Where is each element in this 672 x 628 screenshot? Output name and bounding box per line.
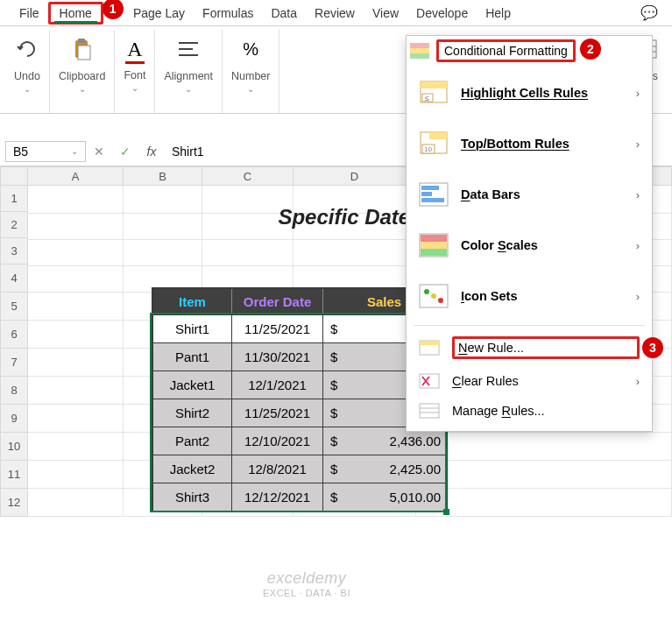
cell[interactable]: [416, 433, 672, 461]
cell[interactable]: [28, 461, 124, 489]
row-header[interactable]: 6: [0, 321, 28, 349]
tab-help[interactable]: Help: [477, 3, 520, 24]
cell[interactable]: [28, 433, 124, 461]
table-row[interactable]: Pant212/10/2021$2,436.00: [153, 427, 446, 455]
cell-date[interactable]: 12/1/2021: [232, 370, 323, 399]
column-header[interactable]: B: [124, 166, 202, 186]
tab-file[interactable]: File: [11, 3, 48, 24]
cell-item[interactable]: Jacket1: [153, 370, 232, 399]
row-header[interactable]: 2: [0, 212, 28, 238]
group-number[interactable]: % Number ⌄: [223, 30, 279, 113]
menu-manage-rules[interactable]: Manage Rules...: [407, 396, 652, 426]
tab-review[interactable]: Review: [306, 3, 364, 24]
cell[interactable]: [28, 377, 124, 405]
table-row[interactable]: Jacket212/8/2021$2,425.00: [153, 455, 446, 483]
cell-sales[interactable]: $2,425.00: [323, 455, 446, 483]
group-clipboard[interactable]: Clipboard ⌄: [50, 30, 116, 113]
cell-item[interactable]: Shirt3: [153, 483, 232, 511]
name-box[interactable]: B5 ⌄: [5, 141, 86, 162]
row-header[interactable]: 12: [0, 489, 28, 517]
tab-view[interactable]: View: [364, 3, 407, 24]
cell-item[interactable]: Jacket2: [153, 455, 232, 483]
row-header[interactable]: 10: [0, 433, 28, 461]
cell[interactable]: [124, 186, 202, 214]
manage-rules-icon: [419, 403, 440, 419]
menu-data-bars[interactable]: Data Bars ›: [407, 169, 652, 220]
group-undo[interactable]: Undo ⌄: [5, 30, 50, 113]
menu-color-scales[interactable]: Color Scales ›: [407, 220, 652, 271]
cell[interactable]: [28, 238, 124, 266]
cell[interactable]: [28, 265, 124, 293]
comments-icon[interactable]: 💬: [640, 4, 658, 21]
cell[interactable]: [28, 321, 124, 349]
row-header[interactable]: 4: [0, 265, 28, 293]
cell[interactable]: [124, 238, 202, 266]
group-alignment[interactable]: Alignment ⌄: [155, 30, 223, 113]
row-header[interactable]: 9: [0, 405, 28, 433]
cell[interactable]: [294, 186, 416, 214]
cell-date[interactable]: 12/8/2021: [232, 455, 323, 483]
cancel-formula-button[interactable]: ✕: [86, 145, 112, 159]
enter-formula-button[interactable]: ✓: [112, 145, 138, 159]
row-header[interactable]: 7: [0, 349, 28, 377]
cell[interactable]: [202, 186, 294, 214]
chevron-right-icon: ›: [636, 290, 640, 303]
column-header[interactable]: D: [294, 166, 416, 186]
cell[interactable]: [28, 186, 124, 214]
tab-formulas[interactable]: Formulas: [194, 3, 262, 24]
row-header[interactable]: 3: [0, 238, 28, 265]
table-row[interactable]: Shirt211/25/2021$4,19: [153, 399, 446, 427]
cell[interactable]: [294, 238, 416, 266]
table-row[interactable]: Shirt111/25/2021$5,97: [153, 314, 446, 342]
cell[interactable]: [28, 349, 124, 377]
tab-data[interactable]: Data: [262, 3, 306, 24]
column-header[interactable]: C: [202, 166, 294, 186]
row-header[interactable]: 8: [0, 377, 28, 405]
menu-icon-sets[interactable]: Icon Sets ›: [407, 271, 652, 321]
selection-handle[interactable]: [443, 509, 449, 515]
tab-page-layout[interactable]: Page Lay: [124, 3, 194, 24]
table-row[interactable]: Pant111/30/2021$4,55: [153, 342, 446, 370]
cell[interactable]: [416, 489, 672, 517]
cell-item[interactable]: Pant2: [153, 427, 232, 455]
menu-top-bottom-rules[interactable]: 10 Top/Bottom Rules ›: [407, 118, 652, 169]
cell-date[interactable]: 12/10/2021: [232, 427, 323, 455]
cell-item[interactable]: Pant1: [153, 342, 232, 370]
cell[interactable]: [28, 293, 124, 321]
cell-sales[interactable]: $5,010.00: [323, 483, 446, 511]
svg-point-34: [438, 298, 443, 303]
cell[interactable]: [294, 212, 416, 240]
cell[interactable]: [28, 405, 124, 433]
group-font[interactable]: A Font ⌄: [115, 30, 155, 113]
tab-developer[interactable]: Develope: [407, 3, 477, 24]
cell[interactable]: [202, 238, 294, 266]
svg-rect-28: [421, 235, 447, 242]
cell-date[interactable]: 11/30/2021: [232, 342, 323, 370]
select-all-corner[interactable]: [0, 166, 28, 186]
cell[interactable]: [28, 212, 124, 240]
cell-date[interactable]: 12/12/2021: [232, 483, 323, 511]
cell[interactable]: [124, 212, 202, 240]
table-row[interactable]: Shirt312/12/2021$5,010.00: [153, 483, 446, 511]
table-row[interactable]: Jacket112/1/2021$4,58: [153, 370, 446, 399]
align-icon: [177, 33, 200, 65]
cell-date[interactable]: 11/25/2021: [232, 399, 323, 427]
group-label: Number: [231, 70, 270, 82]
cell[interactable]: [28, 489, 124, 517]
menu-highlight-cells-rules[interactable]: ≤ Highlight Cells Rules ›: [407, 67, 652, 118]
row-header[interactable]: 5: [0, 293, 28, 321]
cell-date[interactable]: 11/25/2021: [232, 314, 323, 342]
row-header[interactable]: 1: [0, 186, 28, 212]
insert-function-button[interactable]: fx: [138, 145, 165, 159]
cell-item[interactable]: Shirt2: [153, 399, 232, 427]
cell[interactable]: [416, 461, 672, 489]
row-header[interactable]: 11: [0, 461, 28, 489]
menu-new-rule[interactable]: New Rule... 3: [407, 329, 652, 366]
conditional-formatting-button[interactable]: Conditional Formatting 2: [407, 36, 652, 67]
cell[interactable]: [202, 212, 294, 240]
chevron-down-icon: ⌄: [71, 146, 78, 156]
column-header[interactable]: A: [28, 166, 124, 186]
tab-home[interactable]: Home: [48, 2, 103, 25]
cell-item[interactable]: Shirt1: [153, 314, 232, 342]
menu-clear-rules[interactable]: Clear Rules ›: [407, 366, 652, 396]
